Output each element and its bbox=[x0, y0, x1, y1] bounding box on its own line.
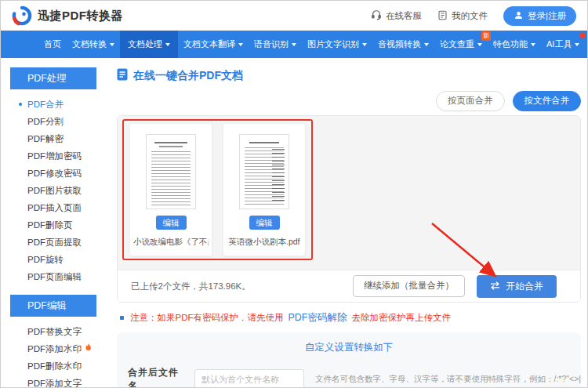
files-panel: 编辑 小说改编电影《了不起... 编辑 英语微小说剧本.pdf 已 bbox=[117, 115, 581, 303]
sidebar-item-pdf-extract-page[interactable]: PDF页面提取 bbox=[10, 234, 96, 251]
headset-icon bbox=[371, 9, 382, 22]
sidebar-item-pdf-page-edit[interactable]: PDF页面编辑 bbox=[10, 268, 96, 285]
nav-item-doc-process[interactable]: 文档处理 bbox=[120, 31, 178, 58]
sidebar-item-pdf-change-password[interactable]: PDF修改密码 bbox=[10, 165, 96, 182]
merged-filename-row: 合并后文件名 文件名可包含数字、字母、汉字等，请不要使用特殊字符，例如：/:*?… bbox=[117, 366, 581, 388]
sidebar-item-pdf-split[interactable]: PDF分割 bbox=[10, 113, 96, 130]
file-name: 英语微小说剧本.pdf bbox=[228, 237, 299, 248]
user-icon bbox=[514, 10, 524, 22]
chevron-down-icon bbox=[575, 43, 579, 46]
chevron-down-icon bbox=[477, 43, 482, 46]
chevron-down-icon bbox=[165, 43, 170, 46]
swap-icon bbox=[490, 281, 500, 292]
nav-item-doc-translate[interactable]: 文档文本翻译 bbox=[178, 31, 249, 58]
bullet-icon bbox=[120, 316, 124, 320]
sidebar-item-pdf-add-watermark[interactable]: PDF添加水印 bbox=[10, 340, 96, 357]
pdf-decrypt-link[interactable]: PDF密码解除 bbox=[289, 311, 347, 325]
file-name: 小说改编电影《了不起... bbox=[133, 237, 209, 248]
file-card[interactable]: 编辑 英语微小说剧本.pdf bbox=[223, 123, 306, 257]
continue-add-button[interactable]: 继续添加（批量合并） bbox=[353, 275, 465, 297]
pdf-converter-page: 迅捷PDF转换器 在线客服 bbox=[0, 0, 588, 388]
sidebar-item-pdf-rotate[interactable]: PDF旋转 bbox=[10, 251, 96, 268]
merged-filename-input[interactable] bbox=[194, 369, 304, 388]
sidebar-item-pdf-add-text[interactable]: PDF添加文字 bbox=[10, 375, 96, 388]
online-service-link[interactable]: 在线客服 bbox=[371, 9, 422, 22]
nav-item-paper-check[interactable]: 论文查重 新 bbox=[434, 31, 488, 58]
merge-mode-toggle: 按页面合并 按文件合并 bbox=[117, 91, 581, 111]
nav-item-av-convert[interactable]: 音视频转换 bbox=[372, 31, 434, 58]
chevron-down-icon bbox=[238, 43, 243, 46]
sidebar-item-pdf-add-password[interactable]: PDF增加密码 bbox=[10, 147, 96, 165]
nav-item-ai-tools[interactable]: AI工具 bbox=[541, 31, 585, 58]
chevron-down-icon bbox=[531, 43, 535, 46]
merged-filename-label: 合并后文件名 bbox=[128, 366, 185, 388]
sidebar-item-pdf-insert-page[interactable]: PDF插入页面 bbox=[10, 199, 96, 216]
file-card[interactable]: 编辑 小说改编电影《了不起... bbox=[129, 123, 212, 257]
password-notice: 注意：如果PDF有密码保护，请先使用 PDF密码解除 去除加密保护再上传文件 bbox=[117, 311, 581, 325]
sidebar-item-pdf-remove-watermark[interactable]: PDF删除水印 bbox=[10, 357, 96, 375]
nav-item-special-features[interactable]: 特色功能 bbox=[488, 31, 541, 58]
top-header: 迅捷PDF转换器 在线客服 bbox=[1, 1, 587, 31]
merge-by-page-button[interactable]: 按页面合并 bbox=[436, 91, 505, 111]
sidebar-section-pdf-process[interactable]: PDF处理 bbox=[10, 67, 96, 89]
main-content: 在线一键合并PDF文档 按页面合并 按文件合并 编辑 小说改编电影《了不起... bbox=[117, 67, 581, 388]
login-register-button[interactable]: 登录|注册 bbox=[503, 6, 576, 26]
sidebar-item-pdf-decrypt[interactable]: PDF解密 bbox=[10, 130, 96, 147]
panel-footer: 已上传2个文件，共173.96K。 继续添加（批量合并） 开始合并 bbox=[118, 270, 580, 302]
nav-item-doc-convert[interactable]: 文档转换 bbox=[67, 31, 120, 58]
sidebar-section-pdf-edit[interactable]: PDF编辑 bbox=[10, 295, 96, 317]
sidebar: PDF处理 PDF合并 PDF分割 PDF解密 PDF增加密码 PDF修改密码 … bbox=[10, 67, 96, 388]
sidebar-item-pdf-replace-text[interactable]: PDF替换文字 bbox=[10, 323, 96, 340]
pdf-thumbnail bbox=[239, 134, 289, 209]
annotation-box: 编辑 小说改编电影《了不起... 编辑 英语微小说剧本.pdf bbox=[122, 119, 313, 261]
document-icon bbox=[117, 68, 128, 84]
my-files-link[interactable]: 我的文件 bbox=[437, 10, 488, 22]
logo-icon bbox=[12, 5, 32, 26]
sidebar-item-pdf-merge[interactable]: PDF合并 bbox=[10, 96, 96, 113]
logo[interactable]: 迅捷PDF转换器 bbox=[12, 5, 123, 26]
upload-status: 已上传2个文件，共173.96K。 bbox=[131, 281, 251, 292]
edit-button[interactable]: 编辑 bbox=[156, 216, 187, 230]
uploaded-files-zone: 编辑 小说改编电影《了不起... 编辑 英语微小说剧本.pdf bbox=[118, 116, 580, 270]
nav-item-home[interactable]: 首页 bbox=[38, 31, 67, 58]
logo-text: 迅捷PDF转换器 bbox=[38, 9, 123, 24]
page-title: 在线一键合并PDF文档 bbox=[133, 69, 243, 83]
start-merge-button[interactable]: 开始合并 bbox=[477, 275, 557, 298]
merge-by-file-button[interactable]: 按文件合并 bbox=[513, 91, 582, 111]
header-actions: 在线客服 我的文件 登录|注册 bbox=[371, 6, 576, 26]
filename-hint: 文件名可包含数字、字母、汉字等，请不要使用特殊字符，例如：/:*?"<>| bbox=[315, 374, 581, 385]
sidebar-item-pdf-delete-page[interactable]: PDF删除页 bbox=[10, 216, 96, 234]
custom-settings-title: 自定义设置转换如下 bbox=[117, 341, 581, 354]
main-nav: 首页 文档转换 文档处理 文档文本翻译 语音识别 图片文字识别 音视频转换 论文… bbox=[1, 31, 587, 58]
chevron-down-icon bbox=[424, 43, 429, 46]
pdf-thumbnail bbox=[146, 134, 196, 209]
sidebar-item-pdf-extract-images[interactable]: PDF图片获取 bbox=[10, 182, 96, 199]
chevron-down-icon bbox=[292, 43, 296, 46]
nav-item-ocr[interactable]: 图片文字识别 bbox=[302, 31, 372, 58]
custom-settings-panel: 自定义设置转换如下 合并后文件名 文件名可包含数字、字母、汉字等，请不要使用特殊… bbox=[117, 332, 581, 388]
chevron-down-icon bbox=[362, 43, 367, 46]
fire-icon bbox=[85, 340, 92, 357]
nav-item-client[interactable]: 客户端 bbox=[585, 31, 588, 58]
page-title-row: 在线一键合并PDF文档 bbox=[117, 68, 581, 84]
nav-item-speech-recognition[interactable]: 语音识别 bbox=[249, 31, 302, 58]
chevron-down-icon bbox=[110, 43, 114, 46]
file-list-icon bbox=[437, 10, 448, 22]
edit-button[interactable]: 编辑 bbox=[249, 216, 280, 230]
